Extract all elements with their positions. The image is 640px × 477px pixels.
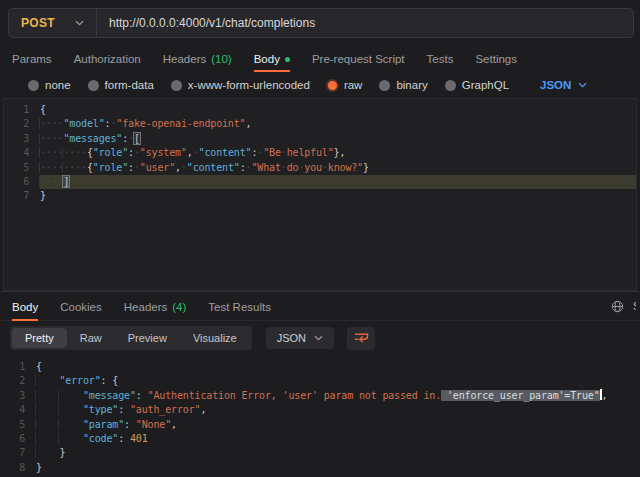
code-token: helpful": [287, 147, 334, 158]
tab-headers[interactable]: Headers(10): [163, 46, 232, 72]
tab-label: Test Results: [208, 301, 271, 313]
code-token: [35, 433, 59, 444]
response-section: BodyCookiesHeaders(4)Test Results S Pret…: [0, 291, 640, 475]
code-text: ····]: [40, 175, 636, 189]
code-line: 3 "message": "Authentication Error, 'use…: [0, 389, 640, 403]
code-token: ,: [171, 419, 177, 430]
response-tabs: BodyCookiesHeaders(4)Test Results: [12, 292, 271, 321]
tab-tests[interactable]: Tests: [427, 46, 454, 72]
line-number: 1: [0, 360, 36, 374]
code-text: ····"model":·"fake-openai-endpoint",: [40, 117, 636, 131]
code-token: "auth_error": [130, 404, 200, 415]
code-token: "user": [140, 162, 175, 173]
body-type-x-www-form-urlencoded[interactable]: x-www-form-urlencoded: [171, 79, 310, 91]
code-line: 7}: [4, 189, 636, 203]
line-number: 5: [4, 161, 40, 175]
code-token: {: [40, 104, 46, 115]
line-number: 6: [0, 432, 36, 446]
code-token: "What: [251, 162, 280, 173]
body-type-raw[interactable]: raw: [327, 79, 363, 91]
response-header: BodyCookiesHeaders(4)Test Results S: [0, 292, 640, 321]
raw-format-label: JSON: [540, 79, 571, 91]
code-line: 4········{"role":·"system",·"content":·"…: [4, 146, 636, 160]
response-format-label: JSON: [277, 332, 306, 344]
code-line-highlighted: 6····]: [4, 175, 636, 189]
method-selector[interactable]: POST: [9, 9, 97, 37]
wrap-text-button[interactable]: [347, 327, 375, 350]
code-token: [35, 404, 59, 415]
code-token: "type": [83, 404, 118, 415]
line-number: 1: [4, 103, 40, 117]
code-token: "content": [199, 147, 252, 158]
code-token: "content": [187, 162, 240, 173]
bracket-match: [: [134, 133, 140, 144]
view-preview[interactable]: Preview: [115, 328, 180, 348]
code-token: ,: [200, 404, 206, 415]
raw-format-selector[interactable]: JSON: [540, 79, 587, 91]
response-tab-headers[interactable]: Headers(4): [124, 292, 187, 321]
tab-body[interactable]: Body: [254, 46, 290, 72]
response-tab-test-results[interactable]: Test Results: [208, 292, 271, 321]
response-tab-body[interactable]: Body: [12, 292, 38, 321]
code-token: [35, 419, 59, 430]
code-token: ····: [39, 162, 63, 173]
url-bar: POST http://0.0.0.0:4000/v1/chat/complet…: [8, 8, 634, 38]
code-token: ,: [245, 118, 251, 129]
code-token: {: [36, 361, 42, 372]
tab-pre-request-script[interactable]: Pre-request Script: [312, 46, 405, 72]
tab-label: Authorization: [74, 53, 141, 65]
code-token: :: [124, 419, 136, 430]
line-number: 6: [4, 175, 40, 189]
radio-label: form-data: [105, 79, 154, 91]
body-type-row: noneform-datax-www-form-urlencodedrawbin…: [0, 72, 640, 98]
method-label: POST: [21, 16, 55, 30]
tab-label: Params: [12, 53, 52, 65]
tab-label: Body: [12, 301, 38, 313]
radio-label: raw: [344, 79, 363, 91]
response-tab-cookies[interactable]: Cookies: [60, 292, 102, 321]
code-line: 6 "code": 401: [0, 432, 640, 446]
code-text: }: [36, 461, 640, 475]
code-text: ········{"role":·"user",·"content":·"Wha…: [40, 161, 636, 175]
response-body-editor[interactable]: 1{2 "error": {3 "message": "Authenticati…: [0, 355, 640, 475]
code-token: "Be: [263, 147, 281, 158]
line-number: 7: [4, 189, 40, 203]
code-token: "error": [59, 375, 100, 386]
code-token: ,: [602, 390, 608, 401]
code-text: "error": {: [36, 374, 640, 388]
body-type-none[interactable]: none: [28, 79, 71, 91]
url-input[interactable]: http://0.0.0.0:4000/v1/chat/completions: [97, 9, 633, 37]
line-number: 2: [4, 117, 40, 131]
line-number: 3: [4, 132, 40, 146]
code-token: [58, 433, 82, 444]
code-line: 2 "error": {: [0, 374, 640, 388]
globe-icon[interactable]: [611, 300, 624, 313]
code-token: }: [40, 190, 46, 201]
tab-authorization[interactable]: Authorization: [74, 46, 141, 72]
request-tabs: ParamsAuthorizationHeaders(10)BodyPre-re…: [0, 46, 640, 72]
status-text-clipped: S: [633, 300, 636, 312]
radio-icon: [88, 80, 99, 91]
code-token: }: [363, 162, 369, 173]
code-token: "system": [140, 147, 187, 158]
tab-settings[interactable]: Settings: [475, 46, 517, 72]
tab-params[interactable]: Params: [12, 46, 52, 72]
code-token: know?": [328, 162, 363, 173]
response-view-switch: PrettyRawPreviewVisualize: [10, 326, 252, 350]
view-raw[interactable]: Raw: [67, 328, 115, 348]
response-format-selector[interactable]: JSON: [266, 327, 334, 349]
body-type-graphql[interactable]: GraphQL: [445, 79, 509, 91]
code-line: 1{: [0, 360, 640, 374]
request-body-editor[interactable]: 1{2····"model":·"fake-openai-endpoint",3…: [3, 98, 637, 291]
code-line: 3····"messages":·[: [4, 132, 636, 146]
code-token: "messages": [63, 133, 122, 144]
code-line: 5 "param": "None",: [0, 418, 640, 432]
view-pretty[interactable]: Pretty: [12, 328, 67, 348]
body-type-form-data[interactable]: form-data: [88, 79, 154, 91]
radio-label: x-www-form-urlencoded: [188, 79, 310, 91]
body-type-binary[interactable]: binary: [379, 79, 427, 91]
tab-count-badge: (4): [172, 301, 186, 313]
view-visualize[interactable]: Visualize: [180, 328, 250, 348]
code-token: ····: [39, 147, 63, 158]
line-number: 5: [0, 418, 36, 432]
